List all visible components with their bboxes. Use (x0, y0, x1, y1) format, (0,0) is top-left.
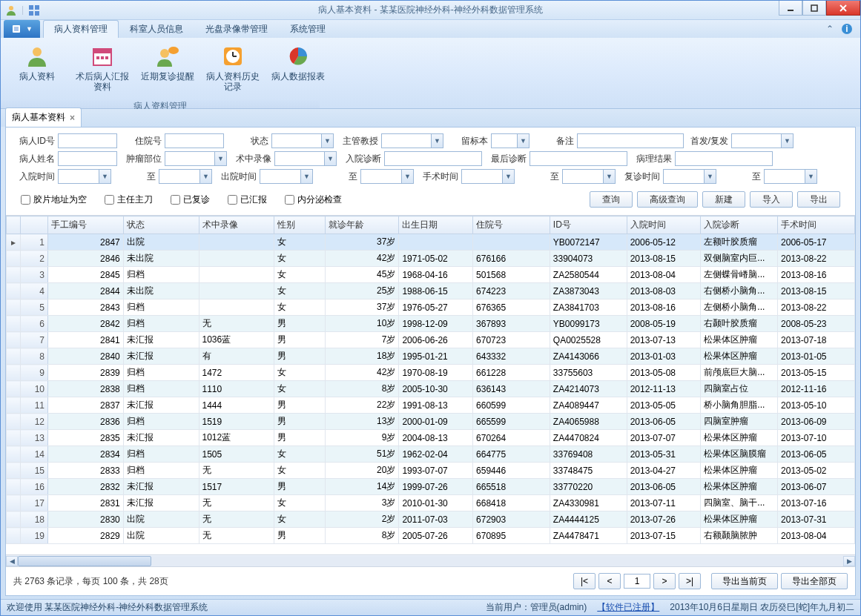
grid-cell[interactable]: 1970-08-19 (399, 365, 473, 381)
filter-input[interactable] (165, 133, 224, 148)
table-row[interactable]: 142834归档1505女51岁1962-02-0466477533769408… (7, 446, 855, 463)
scroll-thumb[interactable] (18, 556, 151, 566)
grid-cell[interactable]: 左额叶胶质瘤 (701, 234, 778, 251)
grid-cell[interactable]: 13岁 (325, 414, 399, 430)
grid-cell[interactable]: 501568 (473, 267, 550, 283)
grid-cell[interactable]: 归档 (123, 414, 199, 430)
grid-cell[interactable]: 出院 (123, 234, 199, 251)
grid-cell[interactable]: 男 (274, 479, 326, 495)
grid-cell[interactable]: 2011-07-03 (399, 511, 473, 528)
grid-cell[interactable] (473, 234, 550, 251)
grid-cell[interactable]: 2013-06-05 (778, 446, 855, 463)
grid-cell[interactable]: 668418 (473, 495, 550, 511)
grid-column-header[interactable]: 术中录像 (199, 216, 274, 234)
grid-cell[interactable]: 2013-06-05 (627, 414, 701, 430)
grid-cell[interactable]: 1976-05-27 (399, 299, 473, 316)
grid-cell[interactable]: ZA4065988 (550, 414, 627, 430)
grid-cell[interactable]: 9岁 (325, 430, 399, 446)
grid-cell[interactable]: 女 (274, 283, 326, 299)
filter-combo[interactable]: ▼ (491, 133, 530, 148)
grid-cell[interactable]: 2843 (48, 299, 124, 316)
grid-cell[interactable]: 未汇报 (123, 479, 199, 495)
table-row[interactable]: 192829出院无男8岁2005-07-26670895ZA4478471201… (7, 528, 855, 544)
grid-cell[interactable]: 松果体区肿瘤 (701, 463, 778, 479)
menu-tab[interactable]: 科室人员信息 (119, 20, 194, 38)
table-row[interactable]: 102838归档1110女8岁2005-10-30636143ZA4214073… (7, 381, 855, 397)
grid-column-header[interactable]: 手术时间 (778, 216, 855, 234)
minimize-button[interactable] (779, 1, 802, 16)
grid-cell[interactable]: 2013-05-08 (627, 365, 701, 381)
maximize-button[interactable] (802, 1, 826, 16)
dropdown-icon[interactable]: ▼ (431, 134, 443, 148)
grid-cell[interactable]: 2012-11-13 (627, 381, 701, 397)
grid-cell[interactable]: 男 (274, 414, 326, 430)
action-button[interactable]: 导入 (750, 191, 793, 208)
grid-cell[interactable] (399, 234, 473, 251)
grid-cell[interactable]: 10岁 (325, 316, 399, 332)
close-button[interactable] (826, 1, 860, 16)
grid-cell[interactable]: 2837 (48, 397, 124, 414)
table-row[interactable]: 152833归档无女20岁1993-07-0765944633748475201… (7, 463, 855, 479)
grid-cell[interactable]: 660599 (473, 397, 550, 414)
grid-column-header[interactable]: 就诊年龄 (325, 216, 399, 234)
grid-column-header[interactable]: ID号 (550, 216, 627, 234)
grid-cell[interactable]: ZA3841703 (550, 299, 627, 316)
grid-cell[interactable]: 2013-05-02 (778, 463, 855, 479)
ribbon-item[interactable]: 术后病人汇报资料 (72, 41, 133, 96)
grid-column-header[interactable]: 入院诊断 (701, 216, 778, 234)
grid-cell[interactable]: 665599 (473, 414, 550, 430)
grid-cell[interactable]: 1971-05-02 (399, 251, 473, 267)
horizontal-scrollbar[interactable]: ◀ ▶ (6, 554, 855, 566)
table-row[interactable]: 82840未汇报有男18岁1995-01-21643332ZA414306620… (7, 348, 855, 365)
ribbon-item[interactable]: 病人资料历史记录 (202, 41, 263, 96)
grid-cell[interactable]: 42岁 (325, 365, 399, 381)
document-tab[interactable]: 病人基本资料 × (5, 107, 82, 127)
grid-cell[interactable]: 2013-08-15 (778, 283, 855, 299)
ribbon-item[interactable]: 近期复诊提醒 (137, 41, 198, 85)
table-row[interactable]: 42844未出院女25岁1988-06-15674223ZA3873043201… (7, 283, 855, 299)
grid-cell[interactable]: 1968-04-16 (399, 267, 473, 283)
grid-cell[interactable]: 男 (274, 430, 326, 446)
grid-cell[interactable]: 659446 (473, 463, 550, 479)
grid-cell[interactable]: 2013-05-31 (627, 446, 701, 463)
table-row[interactable]: 172831未汇报无女3岁2010-01-30668418ZA433098120… (7, 495, 855, 511)
grid-cell[interactable]: 右侧桥小脑角... (701, 283, 778, 299)
grid-cell[interactable]: 672903 (473, 511, 550, 528)
grid-cell[interactable]: 男 (274, 332, 326, 348)
dropdown-icon[interactable]: ▼ (502, 170, 514, 183)
filter-combo[interactable]: ▼ (731, 133, 794, 148)
dropdown-icon[interactable]: ▼ (199, 170, 211, 183)
grid-cell[interactable]: 3岁 (325, 495, 399, 511)
pager-next-button[interactable]: > (653, 573, 676, 589)
grid-cell[interactable]: 1472 (199, 365, 274, 381)
grid-column-header[interactable]: 性别 (274, 216, 326, 234)
grid-cell[interactable]: 桥小脑角胆脂... (701, 397, 778, 414)
grid-cell[interactable]: 2845 (48, 267, 124, 283)
grid-cell[interactable]: 33755603 (550, 365, 627, 381)
dropdown-icon[interactable]: ▼ (324, 152, 336, 165)
grid-cell[interactable]: 33770220 (550, 479, 627, 495)
grid-cell[interactable]: YB0072147 (550, 234, 627, 251)
export-current-button[interactable]: 导出当前页 (711, 573, 778, 589)
grid-cell[interactable]: 8岁 (325, 528, 399, 544)
grid-cell[interactable]: 2000-01-09 (399, 414, 473, 430)
table-row[interactable]: 132835未汇报1012蓝男9岁2004-08-13670264ZA44708… (7, 430, 855, 446)
grid-cell[interactable]: 2833 (48, 463, 124, 479)
grid-cell[interactable]: 2840 (48, 348, 124, 365)
grid-cell[interactable]: 男 (274, 348, 326, 365)
ribbon-item[interactable]: 病人数据报表 (268, 41, 329, 85)
dropdown-icon[interactable]: ▼ (704, 170, 716, 183)
grid-column-header[interactable]: 住院号 (473, 216, 550, 234)
grid-cell[interactable]: 女 (274, 299, 326, 316)
filter-combo[interactable]: ▼ (274, 151, 337, 166)
pager-last-button[interactable]: >| (679, 573, 701, 589)
grid-cell[interactable]: 643332 (473, 348, 550, 365)
grid-cell[interactable]: 未汇报 (123, 430, 199, 446)
grid-cell[interactable]: 2013-01-05 (778, 348, 855, 365)
filter-date[interactable]: ▼ (663, 169, 716, 184)
grid-cell[interactable]: 2005-07-26 (399, 528, 473, 544)
grid-cell[interactable]: 归档 (123, 446, 199, 463)
grid-cell[interactable]: 1110 (199, 381, 274, 397)
table-row[interactable]: 62842归档无男10岁1998-12-09367893YB0099173200… (7, 316, 855, 332)
grid-cell[interactable]: ZA4470824 (550, 430, 627, 446)
